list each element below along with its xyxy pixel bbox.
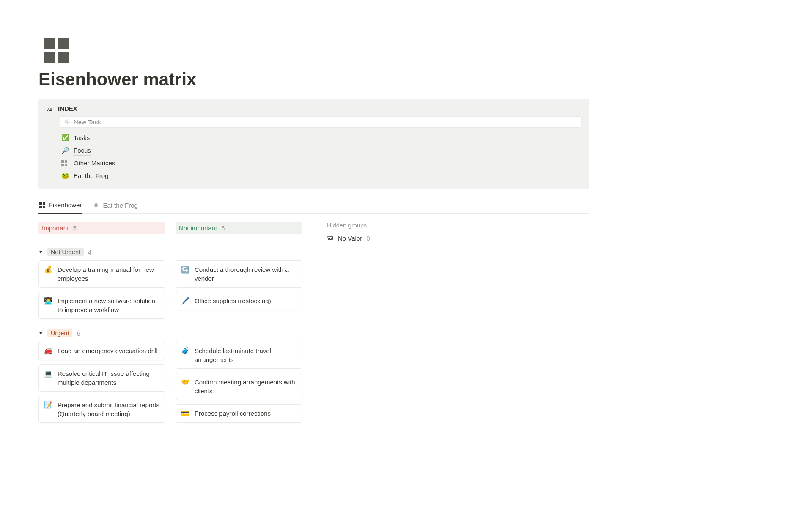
group-count: 6 (77, 330, 80, 337)
toc-item-eat-the-frog[interactable]: 🐸 Eat the Frog (61, 171, 582, 181)
column-label: Not important (179, 225, 217, 232)
moneybag-icon: 💰 (44, 265, 52, 274)
check-icon: ✅ (61, 134, 69, 142)
pen-icon: 🖊️ (181, 296, 189, 306)
task-title: Conduct a thorough review with a vendor (195, 265, 297, 283)
column-not-important-header[interactable]: Not important 5 (176, 222, 302, 234)
laptop-icon: 💻 (44, 369, 52, 378)
column-headers: Important 5 Not important 5 Hidden group… (38, 222, 589, 242)
task-title: Develop a training manual for new employ… (58, 265, 160, 283)
tab-eisenhower[interactable]: Eisenhower (38, 198, 82, 214)
chevron-down-icon: ▼ (38, 249, 43, 255)
memo-icon: 📝 (44, 400, 52, 410)
toc-item-label: Other Matrices (73, 158, 115, 168)
list-icon (46, 105, 53, 112)
new-task-button[interactable]: New Task (60, 116, 582, 128)
group-label: Not Urgent (47, 248, 84, 256)
luggage-icon: 🧳 (181, 346, 189, 356)
grid-icon (44, 38, 69, 63)
task-title: Confirm meeting arrangements with client… (195, 378, 297, 395)
view-tabs: Eisenhower Eat the Frog (38, 198, 589, 214)
task-card[interactable]: 💻 Resolve critical IT issue affecting mu… (38, 364, 165, 392)
task-title: Lead an emergency evacuation drill (58, 346, 158, 355)
task-card[interactable]: 📝 Prepare and submit financial reports (… (38, 396, 165, 423)
chevron-down-icon: ▼ (38, 331, 43, 336)
group-header[interactable]: ▼ Urgent 6 (38, 329, 589, 337)
group-not-urgent: ▼ Not Urgent 4 💰 Develop a training manu… (38, 248, 589, 323)
task-card[interactable]: 🖊️ Office supplies (restocking) (176, 292, 302, 310)
task-title: Schedule last-minute travel arrangements (195, 346, 297, 364)
task-title: Resolve critical IT issue affecting mult… (58, 369, 160, 387)
svg-rect-1 (49, 107, 52, 107)
task-card[interactable]: 💳 Process payroll corrections (176, 404, 302, 423)
index-heading: INDEX (58, 105, 77, 112)
column-count: 5 (221, 225, 225, 232)
task-card[interactable]: 🧳 Schedule last-minute travel arrangemen… (176, 342, 302, 369)
task-card[interactable]: 🤝 Confirm meeting arrangements with clie… (176, 373, 302, 400)
index-heading-row: INDEX (46, 105, 582, 112)
tab-eat-the-frog[interactable]: Eat the Frog (92, 198, 139, 213)
no-valor-label: No Valor (338, 235, 362, 242)
sparkle-icon (64, 119, 70, 125)
technologist-icon: 👩‍💻 (44, 296, 52, 306)
column-label: Important (42, 225, 69, 232)
inbox-icon (327, 235, 334, 242)
index-block: INDEX New Task ✅ Tasks 🔎 Focus (38, 99, 589, 189)
toc-item-label: Tasks (73, 133, 90, 143)
task-card[interactable]: 💰 Develop a training manual for new empl… (38, 260, 165, 288)
toc-item-tasks[interactable]: ✅ Tasks (61, 133, 582, 143)
task-card[interactable]: ↪️ Conduct a thorough review with a vend… (176, 260, 302, 288)
handshake-icon: 🤝 (181, 378, 189, 387)
column-count: 5 (73, 225, 76, 232)
task-title: Prepare and submit financial reports (Qu… (58, 400, 160, 418)
task-title: Office supplies (restocking) (195, 296, 271, 305)
grid-icon (61, 160, 69, 166)
page-icon[interactable] (44, 38, 589, 63)
group-urgent: ▼ Urgent 6 🚒 Lead an emergency evacuatio… (38, 329, 589, 427)
tab-label: Eisenhower (49, 201, 82, 208)
svg-rect-2 (48, 108, 49, 109)
task-title: Process payroll corrections (195, 409, 271, 418)
firetruck-icon: 🚒 (44, 346, 52, 356)
page-title: Eisenhower matrix (38, 69, 589, 90)
group-header[interactable]: ▼ Not Urgent 4 (38, 248, 589, 256)
flame-icon (93, 202, 99, 208)
no-valor-count: 0 (366, 235, 370, 242)
svg-rect-3 (50, 108, 52, 109)
svg-rect-4 (47, 110, 48, 111)
task-title: Implement a new software solution to imp… (58, 296, 160, 314)
magnify-icon: 🔎 (61, 147, 69, 154)
grid-icon (39, 202, 45, 208)
toc-item-focus[interactable]: 🔎 Focus (61, 145, 582, 156)
toc-item-label: Focus (73, 145, 91, 156)
svg-rect-0 (47, 107, 48, 107)
task-card[interactable]: 👩‍💻 Implement a new software solution to… (38, 292, 165, 319)
toc-item-label: Eat the Frog (73, 171, 109, 181)
arrow-icon: ↪️ (181, 265, 189, 274)
group-label: Urgent (47, 329, 73, 337)
column-important-header[interactable]: Important 5 (38, 222, 165, 234)
toc-item-other-matrices[interactable]: Other Matrices (61, 158, 582, 168)
new-task-label: New Task (74, 118, 101, 126)
frog-icon: 🐸 (61, 172, 69, 180)
group-count: 4 (88, 249, 91, 256)
hidden-groups-title: Hidden groups (327, 222, 370, 229)
svg-rect-5 (49, 110, 52, 111)
tab-label: Eat the Frog (103, 202, 138, 209)
task-card[interactable]: 🚒 Lead an emergency evacuation drill (38, 342, 165, 360)
creditcard-icon: 💳 (181, 409, 189, 418)
no-valor-group[interactable]: No Valor 0 (327, 235, 370, 242)
